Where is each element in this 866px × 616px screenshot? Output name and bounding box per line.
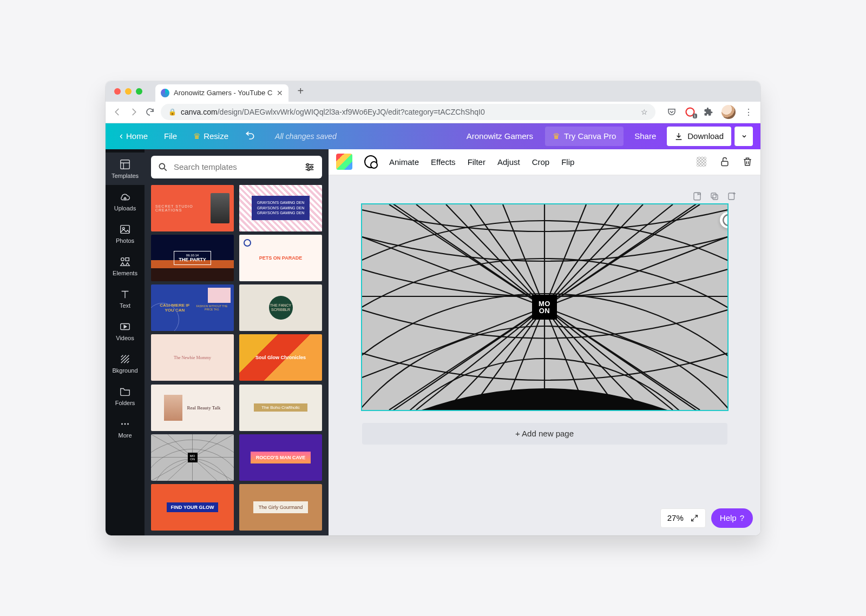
sidenav-uploads[interactable]: Uploads	[106, 185, 145, 217]
sidenav-text[interactable]: Text	[106, 282, 145, 315]
expand-icon[interactable]	[690, 514, 699, 522]
document-title[interactable]: Aronowitz Gamers	[467, 131, 533, 141]
help-label: Help	[720, 513, 737, 522]
svg-rect-1	[121, 160, 130, 169]
sidenav-label: More	[118, 432, 132, 439]
logo-block[interactable]: MO ON	[532, 295, 557, 320]
search-field[interactable]	[151, 156, 322, 178]
resize-label: Resize	[204, 131, 228, 141]
download-button[interactable]: Download	[667, 127, 731, 146]
lock-icon[interactable]	[719, 156, 730, 168]
chevron-left-icon: ‹	[120, 130, 123, 142]
folder-icon	[119, 386, 131, 398]
canvas-scroll[interactable]: MO ON + Add new page	[329, 175, 760, 535]
sidenav-photos[interactable]: Photos	[106, 217, 145, 250]
add-page-button[interactable]: + Add new page	[362, 423, 727, 445]
effects-ring-icon[interactable]	[364, 155, 377, 168]
sidenav-label: Elements	[113, 270, 137, 276]
templates-icon	[119, 158, 131, 170]
browser-tab[interactable]: Aronowitz Gamers - YouTube C ✕	[155, 84, 288, 102]
animate-button[interactable]: Animate	[389, 157, 419, 167]
template-thumb[interactable]: FIND YOUR GLOW	[151, 484, 234, 531]
resize-button[interactable]: ♛ Resize	[187, 123, 235, 149]
crop-button[interactable]: Crop	[532, 157, 550, 167]
flip-button[interactable]: Flip	[561, 157, 574, 167]
back-button[interactable]	[112, 107, 123, 117]
add-page-icon[interactable]	[727, 191, 737, 201]
svg-rect-5	[126, 257, 129, 261]
extensions-puzzle-icon[interactable]	[703, 107, 714, 117]
adjust-button[interactable]: Adjust	[497, 157, 520, 167]
color-swatch[interactable]	[336, 154, 352, 170]
file-label: File	[164, 131, 177, 141]
sidenav-label: Folders	[115, 400, 135, 406]
filters-icon[interactable]	[304, 161, 316, 173]
kebab-menu-icon[interactable]: ⋮	[743, 107, 754, 117]
undo-button[interactable]	[238, 123, 262, 149]
sidenav-folders[interactable]: Folders	[106, 380, 145, 412]
new-tab-button[interactable]: +	[293, 85, 308, 97]
file-menu[interactable]: File	[158, 123, 183, 149]
sidenav-videos[interactable]: Videos	[106, 315, 145, 347]
sidenav-label: Bkground	[112, 367, 137, 374]
sidenav-templates[interactable]: Templates	[106, 153, 145, 185]
url-path: /design/DAEGwlxvWrk/ogWIQql2l3a-xf9Wo6Ey…	[218, 108, 485, 116]
bookmark-icon[interactable]: ☆	[641, 108, 648, 116]
template-thumb[interactable]: PETS ON PARADE	[239, 235, 322, 281]
reload-button[interactable]	[145, 107, 155, 117]
cloud-upload-icon	[119, 191, 131, 203]
template-thumb[interactable]: ROCCO'S MAN CAVE	[239, 434, 322, 481]
page-comment-fab[interactable]	[720, 212, 727, 228]
zoom-window-icon[interactable]	[136, 88, 142, 95]
text-icon	[119, 288, 131, 300]
close-tab-icon[interactable]: ✕	[277, 89, 283, 97]
template-thumb[interactable]: The Newbie Mommy	[151, 334, 234, 381]
template-thumb[interactable]: CASHMERE IF YOU CANFASHION WITHOUT THE P…	[151, 284, 234, 331]
template-thumb[interactable]: The Boho Craftholic	[239, 385, 322, 431]
sidenav-label: Text	[120, 302, 130, 309]
template-thumb[interactable]: GRAYSON'S GAMING DENGRAYSON'S GAMING DEN…	[239, 185, 322, 231]
home-button[interactable]: ‹ Home	[113, 123, 154, 149]
svg-rect-21	[721, 161, 728, 165]
design-page[interactable]: MO ON	[362, 204, 727, 410]
sidenav-background[interactable]: Bkground	[106, 347, 145, 380]
profile-avatar[interactable]	[721, 105, 736, 119]
sidenav-elements[interactable]: Elements	[106, 250, 145, 282]
svg-rect-24	[711, 193, 716, 198]
download-label: Download	[687, 131, 724, 141]
template-thumb[interactable]: SECRET STUDIO CREATIONS	[151, 185, 234, 231]
search-input[interactable]	[174, 162, 298, 171]
close-window-icon[interactable]	[114, 88, 121, 95]
try-pro-button[interactable]: ♛ Try Canva Pro	[545, 127, 624, 146]
extension-opera-icon[interactable]: 1	[685, 107, 696, 117]
template-thumb[interactable]: 06.10.14THE PARTY	[151, 235, 234, 281]
template-thumb[interactable]: MO ON	[151, 434, 234, 481]
template-thumb[interactable]: Real Beauty Talk	[151, 385, 234, 431]
template-thumb[interactable]: Soul Glow Chronicles	[239, 334, 322, 381]
url-field[interactable]: 🔒 canva.com/design/DAEGwlxvWrk/ogWIQql2l…	[161, 104, 655, 120]
lock-icon: 🔒	[168, 108, 176, 116]
sidenav-more[interactable]: More	[106, 412, 145, 445]
side-nav: Templates Uploads Photos Elements Text V…	[106, 149, 145, 535]
trash-icon[interactable]	[742, 156, 753, 168]
effects-button[interactable]: Effects	[431, 157, 456, 167]
tab-title: Aronowitz Gamers - YouTube C	[174, 89, 272, 97]
pocket-icon[interactable]	[666, 107, 677, 117]
home-label: Home	[126, 131, 148, 141]
zoom-pill[interactable]: 27%	[660, 508, 706, 528]
download-menu-button[interactable]	[734, 127, 753, 146]
forward-button[interactable]	[128, 107, 139, 117]
traffic-lights	[114, 88, 142, 95]
share-button[interactable]: Share	[627, 127, 664, 146]
filter-button[interactable]: Filter	[468, 157, 486, 167]
template-thumb[interactable]: THE FANCY SCRIBBLR	[239, 284, 322, 331]
template-thumb[interactable]: The Girly Gourmand	[239, 484, 322, 531]
transparency-icon[interactable]	[696, 156, 707, 168]
minimize-window-icon[interactable]	[125, 88, 132, 95]
svg-rect-23	[713, 195, 718, 200]
notes-icon[interactable]	[692, 191, 702, 201]
help-button[interactable]: Help ?	[711, 508, 753, 528]
duplicate-icon[interactable]	[710, 191, 719, 201]
share-label: Share	[634, 131, 656, 141]
logo-line-2: ON	[539, 307, 550, 314]
